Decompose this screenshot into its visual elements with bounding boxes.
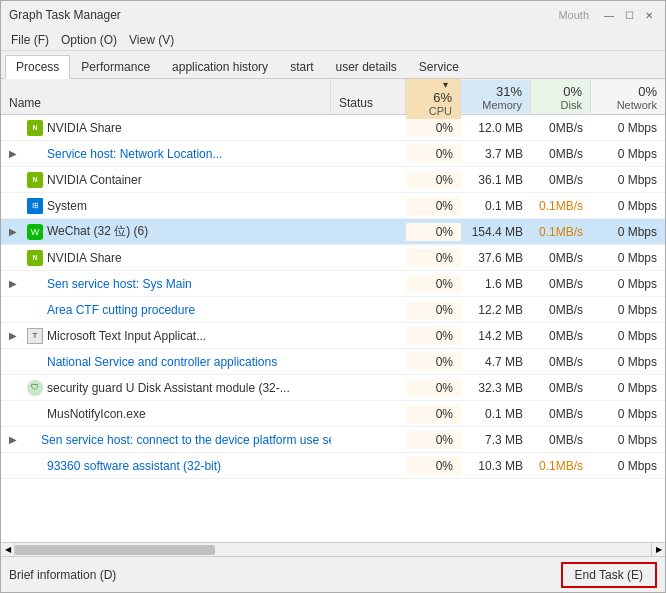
- tab-start[interactable]: start: [279, 55, 324, 78]
- process-name: NVIDIA Container: [47, 173, 142, 187]
- cell-name: ▶ T Microsoft Text Input Applicat...: [1, 326, 331, 346]
- process-name: NVIDIA Share: [47, 121, 122, 135]
- no-icon: [27, 458, 43, 474]
- cell-disk: 0MB/s: [531, 145, 591, 163]
- col-header-cpu[interactable]: ▾ 6% CPU: [406, 79, 461, 119]
- cell-network: 0 Mbps: [591, 379, 665, 397]
- cell-cpu: 0%: [406, 457, 461, 475]
- cell-disk: 0MB/s: [531, 431, 591, 449]
- cell-name: ▶ Sen service host: Sys Main: [1, 274, 331, 294]
- cell-memory: 32.3 MB: [461, 379, 531, 397]
- process-name: security guard U Disk Assistant module (…: [47, 381, 290, 395]
- cell-status: [331, 204, 406, 208]
- cell-memory: 1.6 MB: [461, 275, 531, 293]
- expand-icon[interactable]: ▶: [9, 226, 23, 237]
- col-header-network[interactable]: 0% Network: [591, 80, 665, 113]
- col-header-memory[interactable]: 31% Memory: [461, 80, 531, 113]
- minimize-button[interactable]: —: [601, 7, 617, 23]
- cell-network: 0 Mbps: [591, 171, 665, 189]
- tab-service[interactable]: Service: [408, 55, 470, 78]
- cell-network: 0 Mbps: [591, 275, 665, 293]
- mouth-label: Mouth: [558, 9, 589, 21]
- table-row[interactable]: ▶ N NVIDIA Share 0% 37.6 MB 0MB/s 0 Mbps: [1, 245, 665, 271]
- tab-performance[interactable]: Performance: [70, 55, 161, 78]
- menu-view[interactable]: View (V): [123, 31, 180, 49]
- network-label: Network: [617, 99, 657, 111]
- table-row[interactable]: ▶ 🛡 security guard U Disk Assistant modu…: [1, 375, 665, 401]
- cell-network: 0 Mbps: [591, 197, 665, 215]
- process-name: MusNotifyIcon.exe: [47, 407, 146, 421]
- expand-icon[interactable]: ▶: [9, 148, 23, 159]
- cell-name: ▶ Service host: Network Location...: [1, 144, 331, 164]
- content-area: Name Status ▾ 6% CPU 31% Memory 0% Disk …: [1, 79, 665, 556]
- textinput-icon: T: [27, 328, 43, 344]
- cell-network: 0 Mbps: [591, 249, 665, 267]
- scroll-right-button[interactable]: ▶: [651, 543, 665, 557]
- cell-status: [331, 386, 406, 390]
- process-name: System: [47, 199, 87, 213]
- expand-icon[interactable]: ▶: [9, 278, 23, 289]
- cell-status: [331, 230, 406, 234]
- table-row[interactable]: ▶ T Microsoft Text Input Applicat... 0% …: [1, 323, 665, 349]
- table-row[interactable]: ▶ Service host: Network Location... 0% 3…: [1, 141, 665, 167]
- cell-disk: 0MB/s: [531, 379, 591, 397]
- cell-cpu: 0%: [406, 275, 461, 293]
- maximize-button[interactable]: ☐: [621, 7, 637, 23]
- table-row[interactable]: ▶ 93360 software assistant (32-bit) 0% 1…: [1, 453, 665, 479]
- table-header: Name Status ▾ 6% CPU 31% Memory 0% Disk …: [1, 79, 665, 115]
- col-header-disk[interactable]: 0% Disk: [531, 80, 591, 113]
- cell-memory: 37.6 MB: [461, 249, 531, 267]
- cell-status: [331, 256, 406, 260]
- cell-status: [331, 334, 406, 338]
- col-header-status[interactable]: Status: [331, 79, 406, 114]
- cell-name: ▶ Area CTF cutting procedure: [1, 300, 331, 320]
- cell-network: 0 Mbps: [591, 119, 665, 137]
- tab-user-details[interactable]: user details: [324, 55, 407, 78]
- menu-option[interactable]: Option (O): [55, 31, 123, 49]
- end-task-button[interactable]: End Task (E): [561, 562, 657, 588]
- network-pct: 0%: [638, 84, 657, 99]
- tab-app-history[interactable]: application history: [161, 55, 279, 78]
- cell-status: [331, 308, 406, 312]
- cell-network: 0 Mbps: [591, 301, 665, 319]
- cell-name: ▶ N NVIDIA Share: [1, 248, 331, 268]
- cell-disk: 0.1MB/s: [531, 457, 591, 475]
- table-row[interactable]: ▶ National Service and controller applic…: [1, 349, 665, 375]
- col-status-label: Status: [339, 96, 373, 110]
- horizontal-scrollbar[interactable]: ◀ ▶: [1, 542, 665, 556]
- title-bar: Graph Task Manager Mouth — ☐ ✕: [1, 1, 665, 29]
- menu-file[interactable]: File (F): [5, 31, 55, 49]
- menu-bar: File (F) Option (O) View (V): [1, 29, 665, 51]
- table-row[interactable]: ▶ Sen service host: connect to the devic…: [1, 427, 665, 453]
- process-name: NVIDIA Share: [47, 251, 122, 265]
- scroll-thumb[interactable]: [15, 545, 215, 555]
- process-name: Service host: Network Location...: [47, 147, 222, 161]
- expand-icon[interactable]: ▶: [9, 434, 17, 445]
- table-row[interactable]: ▶ Area CTF cutting procedure 0% 12.2 MB …: [1, 297, 665, 323]
- cell-cpu: 0%: [406, 353, 461, 371]
- no-icon: [27, 354, 43, 370]
- process-name: Area CTF cutting procedure: [47, 303, 195, 317]
- table-row[interactable]: ▶ N NVIDIA Container 0% 36.1 MB 0MB/s 0 …: [1, 167, 665, 193]
- cell-cpu: 0%: [406, 145, 461, 163]
- table-row[interactable]: ▶ N NVIDIA Share 0% 12.0 MB 0MB/s 0 Mbps: [1, 115, 665, 141]
- cell-disk: 0MB/s: [531, 249, 591, 267]
- cell-network: 0 Mbps: [591, 223, 665, 241]
- table-row[interactable]: ▶ Sen service host: Sys Main 0% 1.6 MB 0…: [1, 271, 665, 297]
- scroll-left-button[interactable]: ◀: [1, 543, 15, 557]
- close-button[interactable]: ✕: [641, 7, 657, 23]
- sort-arrow-icon: ▾: [443, 79, 448, 90]
- cell-network: 0 Mbps: [591, 457, 665, 475]
- table-row[interactable]: ▶ ⊞ System 0% 0.1 MB 0.1MB/s 0 Mbps: [1, 193, 665, 219]
- cell-cpu: 0%: [406, 171, 461, 189]
- expand-icon[interactable]: ▶: [9, 330, 23, 341]
- cell-memory: 14.2 MB: [461, 327, 531, 345]
- table-row[interactable]: ▶ W WeChat (32 位) (6) 0% 154.4 MB 0.1MB/…: [1, 219, 665, 245]
- col-header-name[interactable]: Name: [1, 79, 331, 114]
- tab-process[interactable]: Process: [5, 55, 70, 79]
- no-icon: [21, 432, 37, 448]
- scroll-track[interactable]: [15, 543, 651, 557]
- cell-memory: 36.1 MB: [461, 171, 531, 189]
- table-row[interactable]: ▶ MusNotifyIcon.exe 0% 0.1 MB 0MB/s 0 Mb…: [1, 401, 665, 427]
- cell-name: ▶ 🛡 security guard U Disk Assistant modu…: [1, 378, 331, 398]
